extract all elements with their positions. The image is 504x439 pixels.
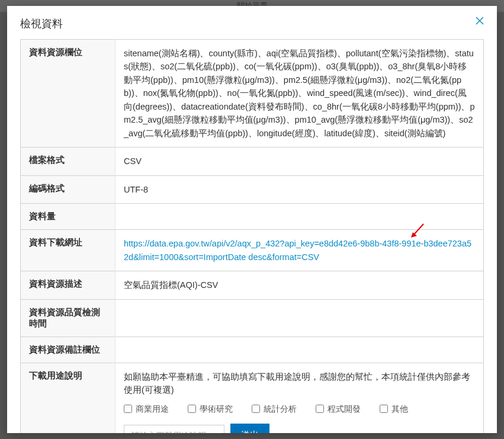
checkbox-academic[interactable]: 學術研究 [188,403,233,416]
row-desc: 資料資源描述 空氣品質指標(AQI)-CSV [21,271,484,299]
label-usage: 下載用途說明 [21,363,115,433]
close-icon [476,17,484,25]
checkbox-business-label: 商業用途 [136,403,169,416]
checkbox-stats-input[interactable] [252,405,260,413]
submit-button[interactable]: 送出 [230,424,269,433]
label-encoding: 編碼格式 [21,175,115,203]
row-quality-time: 資料資源品質檢測時間 [21,299,484,337]
checkbox-other[interactable]: 其他 [380,403,408,416]
checkbox-row: 商業用途 學術研究 統計分析 程式開發 [124,403,475,416]
checkbox-academic-input[interactable] [188,405,196,413]
label-quality-time: 資料資源品質檢測時間 [21,299,115,337]
checkbox-business[interactable]: 商業用途 [124,403,169,416]
value-format: CSV [115,148,484,175]
value-usage: 如願協助本平臺精進，可協助填寫下載用途說明，感謝您的幫忙，本項統計僅供內部參考使… [115,363,484,433]
label-amount: 資料量 [21,204,115,230]
value-desc: 空氣品質指標(AQI)-CSV [115,271,484,299]
usage-input[interactable] [124,425,224,433]
checkbox-stats[interactable]: 統計分析 [252,403,297,416]
view-data-modal: 檢視資料 資料資源欄位 sitename(測站名稱)、county(縣市)、aq… [7,6,497,433]
close-button[interactable] [476,17,484,27]
label-url: 資料下載網址 [21,230,115,271]
checkbox-dev-input[interactable] [316,405,324,413]
row-format: 檔案格式 CSV [21,148,484,175]
checkbox-other-input[interactable] [380,405,388,413]
value-fields: sitename(測站名稱)、county(縣市)、aqi(空氣品質指標)、po… [115,40,484,148]
checkbox-academic-label: 學術研究 [200,403,233,416]
label-desc: 資料資源描述 [21,271,115,299]
modal-header: 檢視資料 [7,6,497,39]
modal-body: 資料資源欄位 sitename(測站名稱)、county(縣市)、aqi(空氣品… [7,39,497,433]
value-quality-time [115,299,484,337]
row-usage: 下載用途說明 如願協助本平臺精進，可協助填寫下載用途說明，感謝您的幫忙，本項統計… [21,363,484,433]
checkbox-dev[interactable]: 程式開發 [316,403,361,416]
modal-title: 檢視資料 [20,17,63,31]
checkbox-dev-label: 程式開發 [328,403,361,416]
row-encoding: 編碼格式 UTF-8 [21,175,484,203]
checkbox-business-input[interactable] [124,405,132,413]
usage-description: 如願協助本平臺精進，可協助填寫下載用途說明，感謝您的幫忙，本項統計僅供內部參考使… [124,370,475,397]
row-fields: 資料資源欄位 sitename(測站名稱)、county(縣市)、aqi(空氣品… [21,40,484,148]
row-amount: 資料量 [21,204,484,230]
data-table: 資料資源欄位 sitename(測站名稱)、county(縣市)、aqi(空氣品… [20,39,484,433]
value-encoding: UTF-8 [115,175,484,203]
label-remarks: 資料資源備註欄位 [21,337,115,363]
checkbox-stats-label: 統計分析 [264,403,297,416]
label-format: 檔案格式 [21,148,115,175]
value-remarks [115,337,484,363]
input-row: 送出 [124,424,475,433]
download-url-link[interactable]: https://data.epa.gov.tw/api/v2/aqx_p_432… [124,239,471,261]
label-fields: 資料資源欄位 [21,40,115,148]
checkbox-other-label: 其他 [391,403,408,416]
row-remarks: 資料資源備註欄位 [21,337,484,363]
value-amount [115,204,484,230]
row-url: 資料下載網址 https://data.epa.gov.tw/api/v2/aq… [21,230,484,271]
